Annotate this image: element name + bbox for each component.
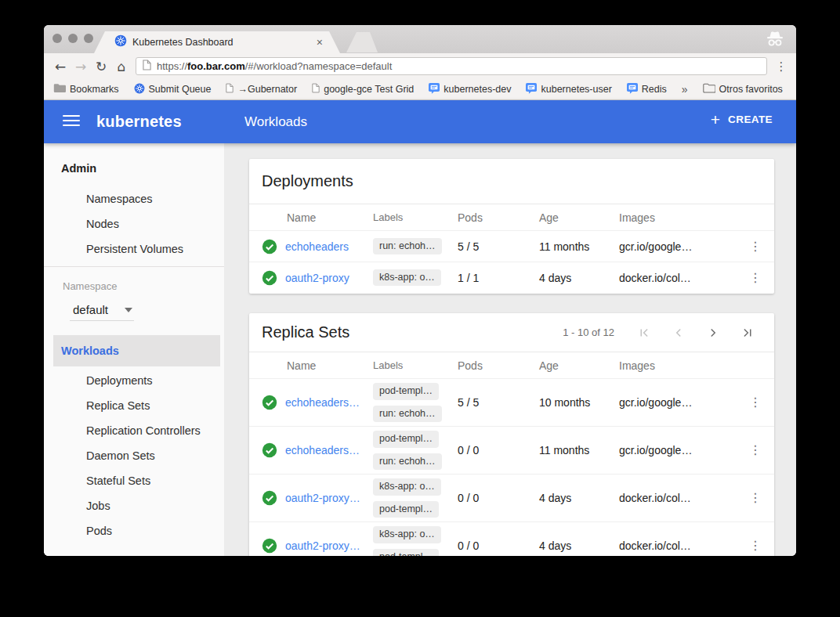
url-host: foo.bar.com xyxy=(187,60,245,72)
sidebar-item-nodes[interactable]: Nodes xyxy=(86,218,119,230)
replica-sets-card: Replica Sets 1 - 10 of 12 Name Labels Po… xyxy=(249,313,774,556)
sidebar-item-daemon-sets[interactable]: Daemon Sets xyxy=(86,449,155,462)
column-header-labels: Labels xyxy=(373,359,458,371)
row-menu-icon[interactable]: ⋮ xyxy=(749,539,762,552)
sidebar-item-deployments[interactable]: Deployments xyxy=(86,374,153,387)
first-page-icon xyxy=(635,323,654,342)
sidebar-item-stateful-sets[interactable]: Stateful Sets xyxy=(86,474,150,487)
deployment-name-link[interactable]: oauth2-proxy xyxy=(285,272,349,284)
row-menu-icon[interactable]: ⋮ xyxy=(749,492,762,504)
browser-tab[interactable]: Kubernetes Dashboard × xyxy=(94,31,340,53)
sidebar-item-workloads[interactable]: Workloads xyxy=(61,345,119,357)
bookmark-label: Submit Queue xyxy=(149,84,212,95)
minimize-window-button[interactable] xyxy=(68,34,78,43)
images-cell: gcr.io/google… xyxy=(619,396,737,409)
bookmark-submit-queue[interactable]: Submit Queue xyxy=(134,83,212,96)
url-scheme: https:// xyxy=(157,60,187,72)
label-chip: run: echoh… xyxy=(373,406,442,423)
images-cell: gcr.io/google… xyxy=(619,240,737,253)
images-cell: gcr.io/google… xyxy=(619,444,737,456)
bookmarks-overflow-chevron-icon[interactable]: » xyxy=(682,83,688,96)
bookmark-kubernetes-user[interactable]: kubernetes-user xyxy=(526,83,611,96)
age-cell: 11 months xyxy=(539,444,619,456)
browser-toolbar: ← → ↻ ⌂ https://foo.bar.com/#/workload?n… xyxy=(44,53,796,79)
pods-cell: 5 / 5 xyxy=(458,396,539,409)
sidebar-item-pods[interactable]: Pods xyxy=(86,525,112,537)
folder-icon xyxy=(703,83,715,96)
sidebar-item-replica-sets[interactable]: Replica Sets xyxy=(86,399,150,412)
table-row: echoheaders… pod-templ… run: echoh… 0 / … xyxy=(249,426,774,474)
label-chip: run: echoh… xyxy=(373,453,442,471)
namespace-select[interactable]: default xyxy=(70,299,134,321)
desktop-background: { "icons": { "close": "×", "back": "←", … xyxy=(0,0,840,617)
sidebar-item-replication-controllers[interactable]: Replication Controllers xyxy=(86,424,201,437)
bookmark-kubernetes-dev[interactable]: kubernetes-dev xyxy=(429,83,511,96)
close-tab-icon[interactable]: × xyxy=(317,37,323,48)
replica-set-name-link[interactable]: oauth2-proxy… xyxy=(285,539,360,552)
browser-menu-icon[interactable]: ⋮ xyxy=(773,60,790,74)
last-page-icon[interactable] xyxy=(738,323,757,342)
deployments-card-title: Deployments xyxy=(262,172,353,190)
age-cell: 11 months xyxy=(539,240,619,253)
column-header-images: Images xyxy=(619,211,737,224)
sidebar-item-namespaces[interactable]: Namespaces xyxy=(86,193,153,205)
replica-set-name-link[interactable]: oauth2-proxy… xyxy=(285,492,360,504)
bookmark-redis[interactable]: Redis xyxy=(627,83,667,96)
table-row: echoheaders run: echoh… 5 / 5 11 months … xyxy=(249,230,774,262)
check-circle-icon xyxy=(249,490,285,506)
pagination: 1 - 10 of 12 xyxy=(563,323,757,342)
deployments-card: Deployments Name Labels Pods Age Images … xyxy=(249,159,774,294)
bookmark-google-gce-test-grid[interactable]: google-gce Test Grid xyxy=(312,83,414,96)
kubernetes-icon xyxy=(134,83,145,96)
next-page-icon[interactable] xyxy=(704,323,722,342)
bookmark-label: Otros favoritos xyxy=(719,84,783,95)
row-menu-icon[interactable]: ⋮ xyxy=(749,444,762,456)
check-circle-icon xyxy=(249,270,285,286)
column-header-images: Images xyxy=(619,359,737,372)
arrow-drop-down-icon xyxy=(125,308,132,312)
pods-cell: 0 / 0 xyxy=(458,492,539,504)
bookmark-label: google-gce Test Grid xyxy=(324,84,414,95)
zoom-window-button[interactable] xyxy=(84,34,93,43)
app-brand: kubernetes xyxy=(96,113,182,131)
new-tab-button[interactable] xyxy=(346,32,378,52)
page-title: Workloads xyxy=(244,114,307,130)
row-menu-icon[interactable]: ⋮ xyxy=(749,396,762,409)
sidebar-item-persistent-volumes[interactable]: Persistent Volumes xyxy=(86,243,183,255)
sidebar-item-jobs[interactable]: Jobs xyxy=(86,500,110,512)
images-cell: docker.io/col… xyxy=(619,272,737,284)
table-row: oauth2-proxy k8s-app: o… 1 / 1 4 days do… xyxy=(249,262,774,293)
sidebar-item-admin[interactable]: Admin xyxy=(61,162,96,175)
forward-icon: → xyxy=(71,56,91,77)
replica-sets-card-title: Replica Sets xyxy=(262,323,349,341)
deployment-name-link[interactable]: echoheaders xyxy=(285,240,349,253)
row-menu-icon[interactable]: ⋮ xyxy=(749,272,762,284)
menu-icon[interactable] xyxy=(63,115,80,129)
close-window-button[interactable] xyxy=(52,34,62,43)
replica-set-name-link[interactable]: echoheaders… xyxy=(285,396,360,409)
home-icon[interactable]: ⌂ xyxy=(111,56,132,77)
table-row: oauth2-proxy… k8s-app: o… pod-templ… 0 /… xyxy=(249,521,774,556)
plus-icon: + xyxy=(711,111,720,128)
refresh-icon[interactable]: ↻ xyxy=(91,56,111,77)
pods-cell: 0 / 0 xyxy=(458,444,539,456)
row-menu-icon[interactable]: ⋮ xyxy=(749,240,762,253)
bookmark-label: →Gubernator xyxy=(237,84,297,95)
bookmark-gubernator[interactable]: →Gubernator xyxy=(226,83,297,96)
previous-page-icon xyxy=(669,323,688,342)
column-header-labels: Labels xyxy=(373,211,458,223)
bookmark-label: Redis xyxy=(642,84,667,95)
age-cell: 10 months xyxy=(539,396,619,409)
replica-set-name-link[interactable]: echoheaders… xyxy=(285,444,360,456)
table-row: echoheaders… pod-templ… run: echoh… 5 / … xyxy=(249,378,774,426)
app-body: Admin Namespaces Nodes Persistent Volume… xyxy=(44,143,796,556)
bookmark-otros-favoritos-folder[interactable]: Otros favoritos xyxy=(703,83,783,96)
address-bar[interactable]: https://foo.bar.com/#/workload?namespace… xyxy=(136,57,767,75)
replica-sets-table-header: Name Labels Pods Age Images xyxy=(249,352,774,378)
column-header-pods: Pods xyxy=(458,359,539,372)
back-icon[interactable]: ← xyxy=(50,56,71,77)
deployments-table-header: Name Labels Pods Age Images xyxy=(249,204,774,230)
bookmark-bookmarks-folder[interactable]: Bookmarks xyxy=(53,83,119,96)
column-header-age: Age xyxy=(539,359,619,372)
create-button[interactable]: + CREATE xyxy=(711,111,773,128)
